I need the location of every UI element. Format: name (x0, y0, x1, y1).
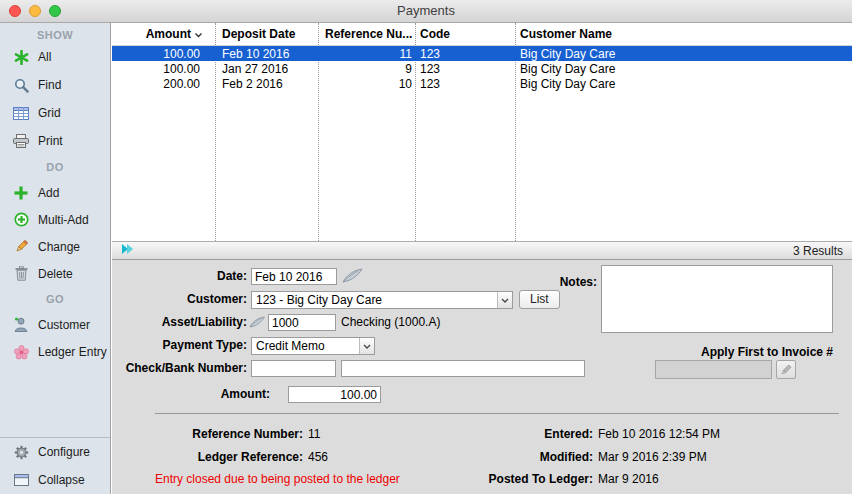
sidebar-item-collapse[interactable]: Collapse (0, 466, 110, 494)
cell-reference-number: 11 (318, 47, 415, 61)
apply-first-to-invoice-label: Apply First to Invoice # (532, 344, 833, 361)
search-icon (12, 78, 30, 93)
amount-input[interactable] (288, 386, 381, 403)
table-row[interactable]: 100.00 Jan 27 2016 9 123 Big City Day Ca… (112, 61, 852, 76)
cell-code: 123 (415, 77, 515, 91)
window-title: Payments (0, 0, 852, 22)
cell-customer-name: Big City Day Care (515, 47, 852, 61)
sidebar-item-label: Customer (38, 318, 90, 332)
payment-type-dropdown-value: Credit Memo (252, 339, 359, 353)
customer-dropdown[interactable]: 123 - Big City Day Care (251, 291, 513, 309)
cell-deposit-date: Feb 2 2016 (215, 77, 318, 91)
sidebar-item-label: Print (38, 134, 63, 148)
asterisk-icon (12, 50, 30, 65)
cell-code: 123 (415, 62, 515, 76)
cell-amount: 200.00 (112, 77, 215, 91)
trash-icon (12, 266, 30, 281)
column-header-amount[interactable]: Amount (112, 27, 215, 41)
posted-to-ledger-label: Posted To Ledger: (412, 471, 593, 488)
plus-icon (12, 186, 30, 200)
column-header-customer-name[interactable]: Customer Name (515, 27, 852, 41)
table-row[interactable]: 100.00 Feb 10 2016 11 123 Big City Day C… (112, 46, 852, 61)
date-input[interactable] (251, 268, 337, 285)
cell-reference-number: 9 (318, 62, 415, 76)
quill-icon[interactable] (342, 268, 364, 283)
check-bank-number-label: Check/Bank Number: (112, 360, 247, 377)
results-count: 3 Results (793, 244, 843, 258)
grid-icon (12, 107, 30, 120)
sidebar-item-label: Grid (38, 106, 61, 120)
payment-type-dropdown[interactable]: Credit Memo (251, 337, 375, 355)
sort-chevron-icon (194, 27, 203, 41)
table-row[interactable]: 200.00 Feb 2 2016 10 123 Big City Day Ca… (112, 76, 852, 91)
sidebar-item-label: Find (38, 78, 61, 92)
sidebar-item-label: Change (38, 240, 80, 254)
check-number-input[interactable] (251, 360, 336, 377)
column-header-reference-number[interactable]: Reference Nu... (318, 27, 415, 41)
entered-label: Entered: (412, 426, 593, 443)
section-header-do: DO (0, 155, 110, 179)
list-button[interactable]: List (519, 290, 560, 309)
pencil-icon (12, 239, 30, 254)
payment-type-label: Payment Type: (112, 337, 247, 354)
table-header: Amount Deposit Date Reference Nu... Code… (112, 23, 852, 46)
cell-reference-number: 10 (318, 77, 415, 91)
sidebar-item-change[interactable]: Change (0, 233, 110, 260)
column-header-code[interactable]: Code (415, 27, 515, 41)
section-header-show: SHOW (0, 23, 110, 43)
customer-dropdown-value: 123 - Big City Day Care (252, 293, 497, 307)
circle-plus-icon (12, 212, 30, 227)
quill-icon[interactable] (249, 316, 266, 328)
payments-table: Amount Deposit Date Reference Nu... Code… (112, 23, 852, 241)
cell-code: 123 (415, 47, 515, 61)
asset-liability-label: Asset/Liability: (112, 314, 247, 331)
sidebar-item-customer[interactable]: Customer (0, 311, 110, 338)
modified-label: Modified: (412, 449, 593, 466)
cell-amount: 100.00 (112, 62, 215, 76)
sidebar-item-label: Add (38, 186, 59, 200)
printer-icon (12, 134, 30, 148)
sidebar-item-configure[interactable]: Configure (0, 438, 110, 466)
sidebar-item-ledger-entry[interactable]: Ledger Entry (0, 338, 110, 366)
sidebar-item-find[interactable]: Find (0, 71, 110, 99)
notes-textarea[interactable] (601, 265, 833, 333)
sidebar-item-add[interactable]: Add (0, 179, 110, 206)
sidebar-item-label: Configure (38, 445, 90, 459)
sidebar-item-all[interactable]: All (0, 43, 110, 71)
sidebar-item-print[interactable]: Print (0, 127, 110, 155)
column-header-deposit-date[interactable]: Deposit Date (215, 27, 318, 41)
cell-deposit-date: Jan 27 2016 (215, 62, 318, 76)
divider (155, 413, 839, 414)
chevron-down-icon (359, 338, 374, 354)
sidebar-item-multi-add[interactable]: Multi-Add (0, 206, 110, 233)
posted-status-icon (121, 243, 134, 258)
sidebar-item-label: Ledger Entry (38, 345, 107, 359)
sidebar-item-grid[interactable]: Grid (0, 99, 110, 127)
sidebar-item-delete[interactable]: Delete (0, 260, 110, 287)
chevron-down-icon (497, 292, 512, 308)
asset-account-description: Checking (1000.A) (341, 314, 440, 331)
apply-invoice-edit-button (776, 360, 796, 379)
sidebar-item-label: Delete (38, 267, 73, 281)
status-bar: 3 Results (112, 241, 852, 260)
date-label: Date: (112, 268, 247, 285)
modified-value: Mar 9 2016 2:39 PM (598, 449, 707, 466)
reference-number-value: 11 (308, 426, 320, 443)
sidebar-spacer (0, 366, 110, 437)
sidebar-item-label: All (38, 50, 51, 64)
notes-label: Notes: (497, 274, 597, 291)
customer-label: Customer: (112, 291, 247, 308)
amount-label: Amount: (112, 386, 270, 403)
section-header-go: GO (0, 287, 110, 311)
flower-icon (12, 345, 30, 360)
sidebar-item-label: Collapse (38, 473, 85, 487)
asset-account-input[interactable] (268, 314, 336, 331)
check-number-memo-input[interactable] (341, 360, 585, 377)
cell-deposit-date: Feb 10 2016 (215, 47, 318, 61)
person-icon (12, 317, 30, 332)
titlebar: Payments (0, 0, 852, 23)
ledger-reference-label: Ledger Reference: (112, 449, 303, 466)
cell-amount: 100.00 (112, 47, 215, 61)
cell-customer-name: Big City Day Care (515, 77, 852, 91)
gear-icon (12, 445, 30, 460)
